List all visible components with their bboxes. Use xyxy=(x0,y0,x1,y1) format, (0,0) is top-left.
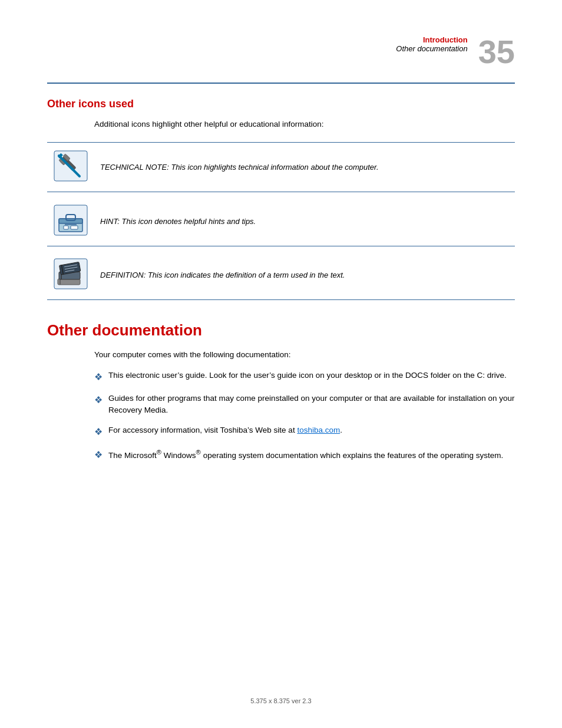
footer-text: 5.375 x 8.375 ver 2.3 xyxy=(250,697,311,704)
hint-icon-cell xyxy=(47,197,94,246)
header-divider xyxy=(47,83,515,84)
hint-text: HINT: This icon denotes helpful hints an… xyxy=(94,197,515,246)
bullet-diamond-4: ❖ xyxy=(94,448,103,462)
definition-row: DEFINITION: This icon indicates the defi… xyxy=(47,251,515,300)
other-documentation-section: Other documentation Your computer comes … xyxy=(47,321,515,462)
bullet-diamond-2: ❖ xyxy=(94,393,103,407)
technical-note-text: TECHNICAL NOTE: This icon highlights tec… xyxy=(94,143,515,192)
bullet-list: ❖ This electronic user’s guide. Look for… xyxy=(94,370,515,463)
page-number: 35 xyxy=(478,35,515,68)
bullet-text-1: This electronic user’s guide. Look for t… xyxy=(108,370,507,381)
box-icon xyxy=(53,204,88,236)
svg-rect-13 xyxy=(71,226,78,229)
header-section-title: Other documentation xyxy=(396,44,467,53)
list-item: ❖ For accessory information, visit Toshi… xyxy=(94,424,515,439)
icons-table: TECHNICAL NOTE: This icon highlights tec… xyxy=(47,142,515,300)
bullet-text-2: Guides for other programs that may come … xyxy=(108,393,515,417)
gap-row-2 xyxy=(47,246,515,251)
bullet-diamond-1: ❖ xyxy=(94,370,103,384)
list-item: ❖ The Microsoft® Windows® operating syst… xyxy=(94,447,515,462)
bullet-text-4: The Microsoft® Windows® operating system… xyxy=(108,447,503,462)
wrench-icon xyxy=(53,150,88,182)
bullet-diamond-3: ❖ xyxy=(94,425,103,439)
toshiba-link[interactable]: toshiba.com xyxy=(297,426,340,434)
page-header: Introduction Other documentation 35 xyxy=(47,35,515,73)
hint-row: HINT: This icon denotes helpful hints an… xyxy=(47,197,515,246)
other-icons-section: Other icons used Additional icons highli… xyxy=(47,98,515,300)
list-item: ❖ Guides for other programs that may com… xyxy=(94,393,515,417)
other-icons-title: Other icons used xyxy=(47,98,515,110)
svg-rect-12 xyxy=(64,226,68,229)
technical-note-row: TECHNICAL NOTE: This icon highlights tec… xyxy=(47,143,515,192)
list-item: ❖ This electronic user’s guide. Look for… xyxy=(94,370,515,384)
chapter-title: Introduction xyxy=(396,35,467,44)
definition-text: DEFINITION: This icon indicates the defi… xyxy=(94,251,515,300)
definition-icon-cell xyxy=(47,251,94,300)
gap-row-1 xyxy=(47,192,515,197)
header-text-group: Introduction Other documentation xyxy=(396,35,467,53)
book-icon xyxy=(53,258,88,290)
other-icons-intro: Additional icons highlight other helpful… xyxy=(94,118,515,130)
other-doc-title: Other documentation xyxy=(47,321,515,340)
bullet-text-3: For accessory information, visit Toshiba… xyxy=(108,424,342,436)
page-footer: 5.375 x 8.375 ver 2.3 xyxy=(0,697,562,704)
bullet-text-3-after: . xyxy=(340,426,342,434)
technical-note-icon-cell xyxy=(47,143,94,192)
bullet-text-3-before: For accessory information, visit Toshiba… xyxy=(108,426,297,434)
other-doc-intro: Your computer comes with the following d… xyxy=(94,349,515,361)
page: Introduction Other documentation 35 Othe… xyxy=(0,0,562,728)
